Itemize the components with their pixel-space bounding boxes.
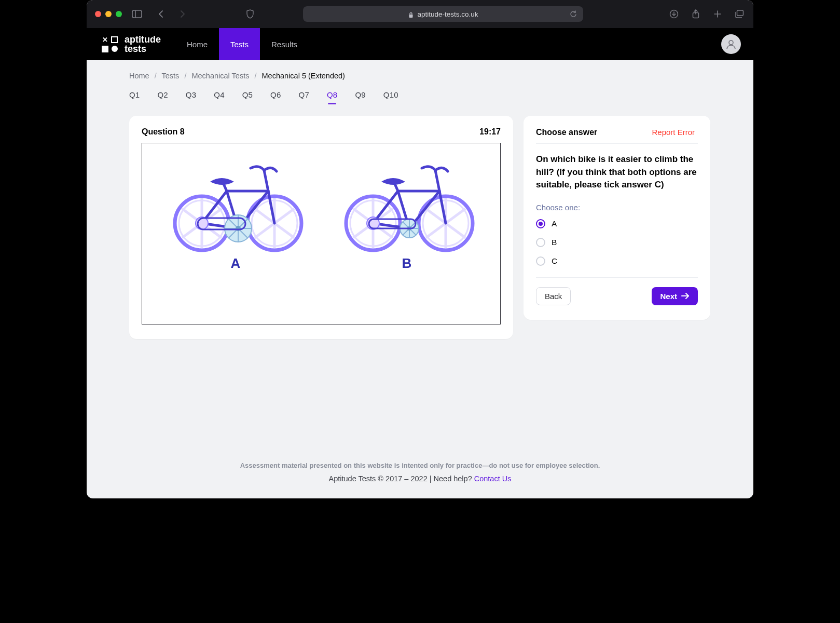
- radio-icon: [536, 219, 545, 228]
- option-c[interactable]: C: [536, 256, 698, 266]
- report-error-link[interactable]: Report Error: [649, 127, 698, 137]
- user-avatar[interactable]: [721, 34, 741, 54]
- share-icon[interactable]: [690, 8, 701, 20]
- svg-line-23: [255, 223, 274, 238]
- lock-icon: [408, 11, 414, 17]
- window-close-button[interactable]: [95, 11, 101, 17]
- svg-line-21: [274, 223, 294, 238]
- brand-line2: tests: [125, 44, 161, 53]
- page-footer: Assessment material presented on this we…: [129, 450, 711, 498]
- question-prompt: On which bike is it easier to climb the …: [536, 153, 698, 192]
- question-title: Question 8: [142, 127, 185, 137]
- radio-icon: [536, 256, 545, 266]
- downloads-icon[interactable]: [668, 8, 680, 20]
- new-tab-icon[interactable]: [712, 8, 723, 20]
- tab-q5[interactable]: Q5: [242, 90, 253, 103]
- radio-icon: [536, 238, 545, 247]
- figure-label-a: A: [231, 255, 241, 272]
- site-nav: ✕ aptitude tests Home Tests Results: [87, 28, 753, 60]
- breadcrumb-current: Mechanical 5 (Extended): [262, 72, 345, 80]
- choose-one-label: Choose one:: [536, 203, 698, 212]
- answer-options: A B C: [536, 219, 698, 266]
- option-b[interactable]: B: [536, 238, 698, 247]
- tab-q1[interactable]: Q1: [129, 90, 140, 103]
- tab-q6[interactable]: Q6: [270, 90, 281, 103]
- svg-rect-7: [737, 10, 743, 16]
- figure-option-a: A: [160, 151, 311, 272]
- tab-q2[interactable]: Q2: [157, 90, 168, 103]
- contact-us-link[interactable]: Contact Us: [474, 475, 512, 483]
- divider: [536, 143, 698, 144]
- svg-line-52: [446, 209, 465, 223]
- reload-icon[interactable]: [568, 8, 579, 20]
- question-tabs: Q1 Q2 Q3 Q4 Q5 Q6 Q7 Q8 Q9 Q10: [129, 90, 711, 103]
- option-label: C: [552, 256, 557, 266]
- footer-disclaimer: Assessment material presented on this we…: [129, 462, 711, 469]
- address-bar[interactable]: aptitude-tests.co.uk: [303, 6, 583, 22]
- nav-link-tests[interactable]: Tests: [219, 28, 260, 60]
- arrow-right-icon: [681, 292, 690, 300]
- question-timer: 19:17: [479, 127, 501, 137]
- svg-rect-0: [132, 10, 142, 18]
- question-figure: A: [142, 143, 501, 324]
- breadcrumb-tests[interactable]: Tests: [162, 72, 180, 80]
- sidebar-toggle-icon[interactable]: [131, 8, 143, 20]
- option-label: B: [552, 238, 557, 247]
- tab-q3[interactable]: Q3: [186, 90, 196, 103]
- nav-links: Home Tests Results: [175, 28, 309, 60]
- tab-q9[interactable]: Q9: [355, 90, 365, 103]
- option-label: A: [552, 219, 557, 228]
- tab-q10[interactable]: Q10: [383, 90, 398, 103]
- svg-rect-2: [409, 15, 413, 18]
- nav-link-results[interactable]: Results: [260, 28, 309, 60]
- footer-copyright: Aptitude Tests © 2017 – 2022 | Need help…: [329, 475, 474, 483]
- nav-link-home[interactable]: Home: [175, 28, 219, 60]
- figure-label-b: B: [402, 255, 412, 272]
- svg-line-20: [274, 209, 294, 223]
- svg-line-64: [435, 170, 439, 191]
- tabs-overview-icon[interactable]: [734, 8, 745, 20]
- window-minimize-button[interactable]: [105, 11, 112, 17]
- shield-icon[interactable]: [244, 8, 256, 20]
- browser-toolbar: aptitude-tests.co.uk: [87, 0, 753, 28]
- next-button-label: Next: [660, 292, 677, 301]
- svg-line-53: [446, 223, 465, 238]
- tab-q7[interactable]: Q7: [299, 90, 309, 103]
- window-zoom-button[interactable]: [116, 11, 122, 17]
- answer-title: Choose answer: [536, 128, 597, 137]
- option-a[interactable]: A: [536, 219, 698, 228]
- svg-line-55: [426, 223, 446, 238]
- brand-line1: aptitude: [125, 35, 161, 44]
- question-card: Question 8 19:17: [129, 116, 513, 339]
- breadcrumb-home[interactable]: Home: [129, 72, 149, 80]
- back-icon[interactable]: [155, 8, 167, 20]
- figure-option-b: B: [332, 151, 482, 272]
- divider: [536, 277, 698, 278]
- breadcrumb: Home / Tests / Mechanical Tests / Mechan…: [129, 72, 711, 80]
- breadcrumb-category[interactable]: Mechanical Tests: [191, 72, 249, 80]
- address-text: aptitude-tests.co.uk: [417, 10, 478, 18]
- tab-q8[interactable]: Q8: [327, 90, 337, 103]
- answer-card: Choose answer Report Error On which bike…: [524, 116, 710, 320]
- forward-icon: [177, 8, 188, 20]
- next-button[interactable]: Next: [652, 287, 698, 305]
- svg-point-8: [729, 40, 733, 45]
- tab-q4[interactable]: Q4: [214, 90, 224, 103]
- svg-line-32: [264, 170, 268, 191]
- back-button[interactable]: Back: [536, 287, 571, 305]
- window-controls: [95, 11, 122, 17]
- brand-logo[interactable]: ✕ aptitude tests: [87, 28, 175, 60]
- brand-glyph-icon: ✕: [101, 36, 118, 53]
